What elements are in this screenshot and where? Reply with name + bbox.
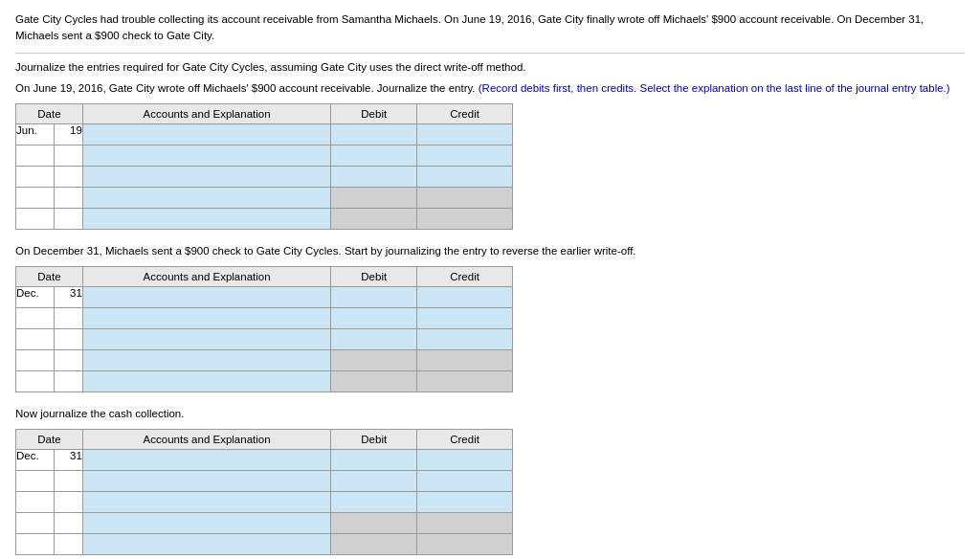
accounts-input-2-1[interactable] <box>82 286 330 307</box>
debit-input-1-3[interactable] <box>331 166 417 187</box>
table-row <box>16 187 513 208</box>
credit-input-3-1[interactable] <box>417 449 513 470</box>
header-accounts-2: Accounts and Explanation <box>82 266 330 286</box>
date-empty-day-3-5 <box>54 533 82 554</box>
credit-input-1-1[interactable] <box>417 123 513 145</box>
date-empty-3-3 <box>16 491 55 512</box>
accounts-field-1-5[interactable] <box>83 209 330 229</box>
accounts-field-2-2[interactable] <box>83 308 330 328</box>
date-empty-1-2 <box>16 145 55 166</box>
date-empty-day-1-3 <box>54 166 82 187</box>
credit-field-1-2[interactable] <box>417 145 512 166</box>
debit-input-2-2[interactable] <box>331 307 417 328</box>
debit-input-2-3[interactable] <box>331 328 417 349</box>
debit-input-1-1[interactable] <box>331 123 417 145</box>
accounts-input-3-2[interactable] <box>82 470 330 491</box>
debit-input-2-1[interactable] <box>331 286 417 307</box>
date-day-2: 31 <box>54 286 82 307</box>
credit-field-3-1[interactable] <box>417 450 512 470</box>
credit-field-1-1[interactable] <box>417 124 512 145</box>
accounts-input-2-5[interactable] <box>82 370 330 391</box>
accounts-field-3-2[interactable] <box>83 471 330 491</box>
instruction-text: Journalize the entries required for Gate… <box>15 61 965 73</box>
debit-input-1-2[interactable] <box>331 145 417 166</box>
debit-input-3-3[interactable] <box>331 491 417 512</box>
accounts-input-3-1[interactable] <box>82 449 330 470</box>
credit-field-2-1[interactable] <box>417 287 512 307</box>
credit-input-2-2[interactable] <box>417 307 513 328</box>
accounts-input-3-4[interactable] <box>82 512 330 533</box>
credit-field-2-2[interactable] <box>417 308 512 328</box>
header-debit-1: Debit <box>331 103 417 123</box>
debit-gray-3-4 <box>331 512 417 533</box>
accounts-field-1-4[interactable] <box>83 188 330 208</box>
date-empty-day-3-3 <box>54 491 82 512</box>
date-empty-1-4 <box>16 187 55 208</box>
accounts-input-2-4[interactable] <box>82 349 330 370</box>
credit-input-1-2[interactable] <box>417 145 513 166</box>
accounts-input-3-3[interactable] <box>82 491 330 512</box>
debit-gray-1-4 <box>331 187 417 208</box>
credit-input-3-2[interactable] <box>417 470 513 491</box>
table-row <box>16 208 513 229</box>
section1-prompt: On June 19, 2016, Gate City wrote off Mi… <box>15 82 965 94</box>
date-month-3: Dec. <box>16 449 55 470</box>
accounts-field-1-3[interactable] <box>83 167 330 187</box>
credit-field-1-3[interactable] <box>417 167 512 187</box>
credit-input-3-3[interactable] <box>417 491 513 512</box>
accounts-field-3-4[interactable] <box>83 513 330 533</box>
date-empty-day-3-4 <box>54 512 82 533</box>
debit-input-3-1[interactable] <box>331 449 417 470</box>
accounts-input-2-2[interactable] <box>82 307 330 328</box>
debit-field-1-1[interactable] <box>331 124 416 145</box>
date-empty-day-2-4 <box>54 349 82 370</box>
debit-field-3-1[interactable] <box>331 450 416 470</box>
date-empty-day-1-2 <box>54 145 82 166</box>
accounts-field-2-3[interactable] <box>83 329 330 349</box>
debit-input-3-2[interactable] <box>331 470 417 491</box>
accounts-field-3-5[interactable] <box>83 534 330 554</box>
credit-gray-2-4 <box>417 349 513 370</box>
debit-field-1-2[interactable] <box>331 145 416 166</box>
accounts-input-1-2[interactable] <box>82 145 330 166</box>
accounts-input-2-3[interactable] <box>82 328 330 349</box>
header-debit-3: Debit <box>331 429 417 449</box>
debit-field-2-3[interactable] <box>331 329 416 349</box>
debit-field-2-1[interactable] <box>331 287 416 307</box>
journal-table-2: Date Accounts and Explanation Debit Cred… <box>15 266 513 392</box>
date-empty-day-3-2 <box>54 470 82 491</box>
credit-input-1-3[interactable] <box>417 166 513 187</box>
accounts-input-1-5[interactable] <box>82 208 330 229</box>
credit-field-3-2[interactable] <box>417 471 512 491</box>
accounts-input-1-1[interactable] <box>82 123 330 145</box>
credit-field-3-3[interactable] <box>417 492 512 512</box>
accounts-field-1-1[interactable] <box>83 124 330 145</box>
debit-field-3-3[interactable] <box>331 492 416 512</box>
accounts-input-1-3[interactable] <box>82 166 330 187</box>
debit-field-3-2[interactable] <box>331 471 416 491</box>
credit-input-2-1[interactable] <box>417 286 513 307</box>
table-row <box>16 370 513 391</box>
table-row <box>16 166 513 187</box>
accounts-field-2-5[interactable] <box>83 371 330 391</box>
accounts-input-1-4[interactable] <box>82 187 330 208</box>
accounts-field-2-4[interactable] <box>83 350 330 370</box>
accounts-input-3-5[interactable] <box>82 533 330 554</box>
date-empty-2-3 <box>16 328 55 349</box>
credit-field-2-3[interactable] <box>417 329 512 349</box>
credit-gray-3-4 <box>417 512 513 533</box>
debit-field-2-2[interactable] <box>331 308 416 328</box>
table-row <box>16 349 513 370</box>
debit-field-1-3[interactable] <box>331 167 416 187</box>
date-empty-2-4 <box>16 349 55 370</box>
accounts-field-1-2[interactable] <box>83 145 330 166</box>
accounts-field-3-1[interactable] <box>83 450 330 470</box>
accounts-field-3-3[interactable] <box>83 492 330 512</box>
date-empty-day-1-5 <box>54 208 82 229</box>
debit-gray-2-5 <box>331 370 417 391</box>
header-credit-1: Credit <box>417 103 513 123</box>
header-debit-2: Debit <box>331 266 417 286</box>
credit-input-2-3[interactable] <box>417 328 513 349</box>
accounts-field-2-1[interactable] <box>83 287 330 307</box>
header-accounts-3: Accounts and Explanation <box>82 429 330 449</box>
